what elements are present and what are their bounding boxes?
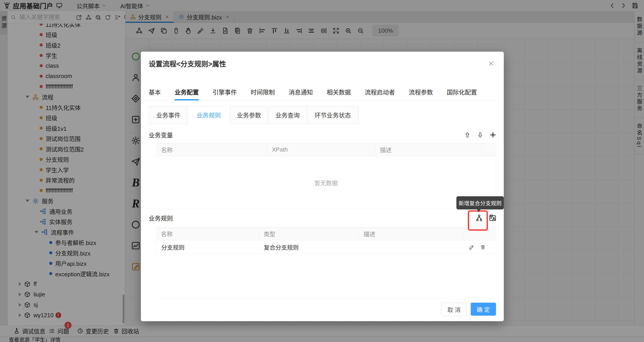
tree-collapsed-icon[interactable] bbox=[19, 313, 21, 317]
subtab-业务查询[interactable]: 业务查询 bbox=[268, 106, 307, 124]
tree-item-exception逻辑流.bizx[interactable]: exception逻辑流.bizx bbox=[8, 268, 125, 279]
palette-circle-green[interactable] bbox=[130, 52, 141, 62]
bottom-item-问题[interactable]: 问题1 bbox=[49, 326, 69, 336]
tree-item-异常流程的[interactable]: 异常流程的 bbox=[8, 175, 125, 186]
dialog-tab-相关数据[interactable]: 相关数据 bbox=[327, 85, 351, 100]
add-variable-icon[interactable] bbox=[490, 132, 496, 138]
tree-item-11持久化实体[interactable]: 11持久化实体 bbox=[8, 24, 125, 30]
dialog-tab-消息通知[interactable]: 消息通知 bbox=[289, 85, 313, 100]
right-rail-tab-命名Sql[interactable]: 命名Sql bbox=[634, 118, 644, 154]
close-icon[interactable] bbox=[488, 60, 494, 67]
dialog-tab-流程启动者[interactable]: 流程启动者 bbox=[365, 85, 395, 100]
add-composite-branch-rule-icon[interactable] bbox=[476, 214, 483, 222]
palette-gear[interactable] bbox=[130, 136, 141, 146]
move-up-icon[interactable] bbox=[464, 132, 471, 138]
palette-pencil-square[interactable] bbox=[130, 262, 141, 272]
dialog-tab-引擎事件[interactable]: 引擎事件 bbox=[213, 85, 237, 100]
tree-item-班级2[interactable]: 班级2 bbox=[8, 40, 125, 50]
copy-icon[interactable] bbox=[160, 27, 168, 34]
bottom-item-调试信息[interactable]: 调试信息 bbox=[14, 326, 46, 336]
align-left-icon[interactable] bbox=[258, 27, 266, 34]
back-icon[interactable] bbox=[609, 2, 616, 9]
dist-v-icon[interactable] bbox=[320, 27, 327, 34]
right-rail-tab-三方服务[interactable]: 三方服务 bbox=[634, 80, 644, 118]
edit-icon[interactable] bbox=[469, 244, 474, 250]
tree-item-classroom[interactable]: classroom bbox=[8, 71, 125, 82]
sort-icon[interactable] bbox=[114, 14, 120, 20]
move-down-icon[interactable] bbox=[477, 132, 484, 138]
zoom-in-icon[interactable] bbox=[344, 27, 352, 34]
doc-icon[interactable] bbox=[222, 27, 229, 34]
tree-collapsed-icon[interactable] bbox=[19, 282, 21, 286]
subtab-业务参数[interactable]: 业务参数 bbox=[230, 106, 268, 124]
tree-expanded-icon[interactable] bbox=[34, 231, 38, 233]
tree-item-用户api.bizx[interactable]: 用户api.bizx bbox=[8, 258, 125, 269]
tree-item-班级[interactable]: 班级 bbox=[8, 30, 125, 40]
delete-icon[interactable] bbox=[480, 244, 486, 250]
add-business-rule-icon[interactable]: NEW bbox=[489, 214, 496, 222]
tree-item-流程事件[interactable]: 流程事件 bbox=[8, 227, 125, 238]
dialog-tab-国际化配置[interactable]: 国际化配置 bbox=[447, 85, 477, 100]
editor-tab-分支规则.bizx[interactable]: 分支规则.bizx bbox=[174, 11, 234, 22]
cancel-button[interactable]: 取 消 bbox=[442, 303, 467, 316]
close-tab-icon[interactable] bbox=[226, 15, 230, 19]
dialog-tab-时间限制[interactable]: 时间限制 bbox=[251, 85, 275, 100]
right-rail-tab-离线资源[interactable]: 离线资源 bbox=[634, 42, 644, 80]
tree-collapsed-icon[interactable] bbox=[19, 303, 21, 307]
dialog-tab-基本[interactable]: 基本 bbox=[149, 85, 161, 100]
confirm-button[interactable]: 确 定 bbox=[471, 303, 496, 316]
monitor-icon[interactable] bbox=[56, 2, 62, 9]
export-icon[interactable] bbox=[76, 14, 82, 20]
tree-item-分支规则.bizx[interactable]: 分支规则.bizx bbox=[8, 248, 125, 258]
palette-plane[interactable] bbox=[130, 156, 141, 167]
editor-tab-分支规则[interactable]: 分支规则 bbox=[126, 11, 174, 22]
palette-plus-square[interactable] bbox=[130, 114, 141, 125]
tree-item-class[interactable]: class bbox=[8, 60, 125, 71]
menu-ai-agent[interactable]: AI智能体 bbox=[120, 2, 150, 10]
subtab-业务规则[interactable]: 业务规则 bbox=[188, 106, 230, 124]
tree-item-ff[interactable]: ff bbox=[8, 279, 125, 290]
tree-item-班级[interactable]: 班级 bbox=[8, 113, 125, 123]
tree-item-测试岗位范围[interactable]: 测试岗位范围 bbox=[8, 134, 125, 144]
doc-copy-icon[interactable] bbox=[234, 27, 241, 34]
hand-icon[interactable] bbox=[185, 27, 192, 34]
plane-icon[interactable] bbox=[148, 27, 155, 34]
subtab-环节业务状态[interactable]: 环节业务状态 bbox=[307, 106, 359, 124]
search-input[interactable] bbox=[19, 14, 76, 21]
tree-item-11持久化实体[interactable]: 11持久化实体 bbox=[8, 102, 125, 113]
tree-item-学生入学[interactable]: 学生入学 bbox=[8, 164, 125, 175]
align-top-icon[interactable] bbox=[271, 27, 278, 34]
justify-icon[interactable] bbox=[308, 27, 315, 34]
broom-icon[interactable] bbox=[197, 27, 204, 34]
tree-item-参与者解析.bizx[interactable]: 参与者解析.bizx bbox=[8, 238, 125, 248]
tree-item-服务[interactable]: 服务 bbox=[8, 196, 125, 206]
zoom-level[interactable]: 100% bbox=[372, 24, 399, 37]
tree-item-sj[interactable]: sj bbox=[8, 300, 125, 310]
palette-gateway[interactable] bbox=[130, 94, 141, 104]
sidebar-scrollbar[interactable] bbox=[122, 294, 124, 324]
tree-expanded-icon[interactable] bbox=[26, 200, 30, 202]
palette-letter-R[interactable]: R bbox=[130, 198, 141, 209]
tree-expanded-icon[interactable] bbox=[26, 96, 30, 98]
tree-collapsed-icon[interactable] bbox=[19, 292, 21, 296]
mouse-icon[interactable] bbox=[172, 27, 180, 34]
tree-item-分支规则[interactable]: 分支规则 bbox=[8, 154, 125, 165]
palette-person[interactable] bbox=[130, 72, 141, 83]
table-row-分支规则[interactable]: 分支规则 复合分支规则 bbox=[156, 240, 496, 254]
tree-item-班级1v1[interactable]: 班级1v1 bbox=[8, 123, 125, 134]
align-right-icon[interactable] bbox=[296, 27, 303, 34]
bottom-item-回收站[interactable]: 回收站 bbox=[113, 326, 139, 336]
tree-item-wy1210[interactable]: wy1210! bbox=[8, 310, 125, 320]
close-tab-icon[interactable] bbox=[165, 15, 169, 19]
palette-chart[interactable] bbox=[130, 240, 141, 251]
bottom-item-变更历史[interactable]: 变更历史 bbox=[77, 326, 109, 336]
new-package-icon[interactable] bbox=[95, 14, 101, 20]
trash-icon[interactable] bbox=[246, 27, 254, 34]
dialog-tab-流程参数[interactable]: 流程参数 bbox=[409, 85, 433, 100]
tree-item-学生[interactable]: 学生 bbox=[8, 50, 125, 61]
download-icon[interactable] bbox=[209, 27, 217, 34]
tree-item-ffffffffffffffffff[interactable]: ffffffffffffffffff bbox=[8, 81, 125, 92]
menu-public-script[interactable]: 公共脚本 bbox=[76, 2, 106, 10]
rail-tab-resources[interactable]: 资源 bbox=[0, 11, 8, 35]
save-icon[interactable] bbox=[632, 2, 639, 9]
